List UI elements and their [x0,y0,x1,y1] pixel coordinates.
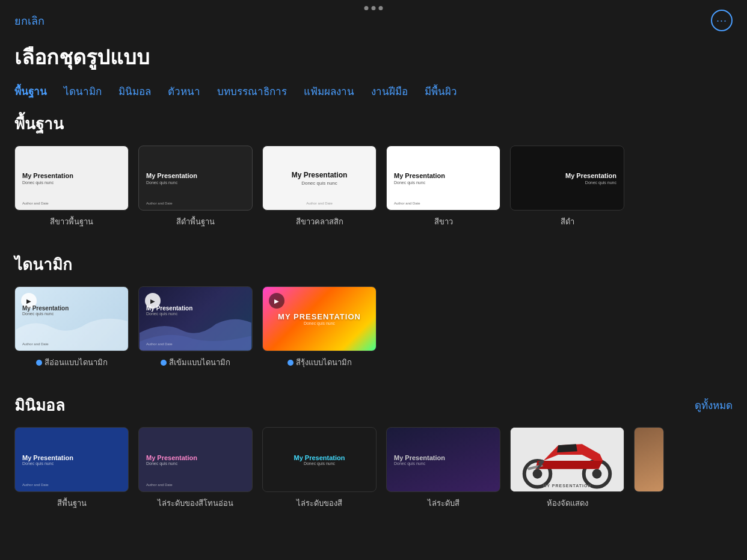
more-button[interactable]: ··· [711,10,733,31]
template-dynamic-colorful[interactable]: ▶ MY PRESENTATION Donec quis nunc สีรุ้ง… [262,286,377,369]
thumb-author: Author and Date [146,342,173,346]
thumb-title: My Presentation [146,454,245,461]
section-dynamic-title: ไดนามิก [14,252,733,277]
thumb-subtitle: Donec quis nunc [146,312,245,316]
thumb-title: My Presentation [22,172,121,179]
thumb-minimal-light: My Presentation Donec quis nunc Author a… [138,427,253,492]
template-label-dynamic-colorful: สีรุ้งแบบไดนามิก [287,356,352,369]
thumb-author: Author and Date [22,483,49,487]
tab-dynamic[interactable]: ไดนามิก [64,83,102,99]
template-dark-basic[interactable]: My Presentation Donec quis nunc Author a… [138,146,253,228]
template-white-basic[interactable]: My Presentation Donec quis nunc Author a… [14,146,129,228]
nav-tabs: พื้นฐาน ไดนามิก มินิมอล ตัวหนา บทบรรณาธิ… [0,83,747,111]
thumb-moto-label: My Presentation [511,484,624,488]
template-label-white-basic: สีขาวพื้นฐาน [50,215,93,228]
motorcycle-svg [511,427,624,492]
thumb-black: My Presentation Donec quis nunc [510,146,624,211]
thumb-subtitle: Donec quis nunc [394,180,425,185]
dot-2 [372,6,376,10]
thumb-dynamic-subtitle: Donec quis nunc [304,321,335,325]
template-white[interactable]: My Presentation Donec quis nunc Author a… [386,146,500,228]
thumb-title: My Presentation [22,454,121,461]
thumb-motorcycle: My Presentation [510,427,624,492]
thumb-title: My Presentation [146,305,245,312]
basic-templates-row: My Presentation Donec quis nunc Author a… [14,146,733,233]
template-label-minimal-light: ไล่ระดับของสีโทนอ่อน [158,497,233,509]
thumb-subtitle: Donec quis nunc [146,461,245,466]
template-label-minimal-color: ไล่ระดับของสี [297,497,342,509]
template-dynamic-light[interactable]: ▶ My Presentation Donec quis nunc Author… [14,286,129,369]
thumb-subtitle: Donec quis nunc [292,180,348,186]
template-label-white: สีขาว [434,215,453,228]
thumb-author: Author and Date [394,202,420,205]
thumb-author: Author and Date [22,202,49,205]
thumb-title: My Presentation [146,172,245,179]
top-bar: ยกเลิก ··· [0,0,747,36]
section-minimal-title: มินิมอล [14,393,65,417]
template-minimal-color[interactable]: My Presentation Donec quis nunc ไล่ระดับ… [262,427,377,509]
template-black[interactable]: My Presentation Donec quis nunc สีดำ [510,146,624,228]
loading-dots [364,6,383,10]
thumb-title: My Presentation [22,305,121,312]
thumb-desert [634,427,664,492]
thumb-minimal-color: My Presentation Donec quis nunc [262,427,377,492]
thumb-dark-basic: My Presentation Donec quis nunc Author a… [138,146,253,211]
thumb-subtitle: Donec quis nunc [22,180,121,185]
minimal-templates-row: My Presentation Donec quis nunc Author a… [14,427,733,514]
tab-bold[interactable]: ตัวหนา [168,83,200,99]
tab-texture[interactable]: มีพื้นผิว [425,83,457,99]
thumb-title: My Presentation [394,454,445,461]
tab-portfolio[interactable]: แฟ้มผลงาน [304,83,354,99]
thumb-white-classic: My Presentation Donec quis nunc Author a… [262,146,377,211]
template-minimal-blue[interactable]: My Presentation Donec quis nunc Author a… [14,427,129,509]
thumb-author: Author and Date [22,342,49,346]
thumb-dynamic-colorful: ▶ MY PRESENTATION Donec quis nunc [262,286,377,351]
template-label-minimal-blue: สีพื้นฐาน [57,497,87,509]
tab-basic[interactable]: พื้นฐาน [14,83,47,99]
thumb-subtitle: Donec quis nunc [146,180,245,185]
dot-indicator [161,360,167,366]
dot-indicator [287,360,294,366]
content: พื้นฐาน My Presentation Donec quis nunc … [0,111,747,514]
template-label-dynamic-light: สีอ่อนแบบไดนามิก [36,356,108,369]
template-minimal-purple[interactable]: My Presentation Donec quis nunc ไล่ระดับ… [386,427,500,509]
thumb-dynamic-dark: ▶ My Presentation Donec quis nunc Author… [138,286,253,351]
thumb-title: My Presentation [394,172,445,179]
tab-editorial[interactable]: บทบรรณาธิการ [217,83,287,99]
dot-indicator [36,360,42,366]
template-label-dynamic-dark: สีเข้มแบบไดนามิก [161,356,230,369]
thumb-subtitle: Donec quis nunc [22,461,121,466]
section-minimal-header: มินิมอล ดูทั้งหมด [14,393,733,417]
template-dynamic-dark[interactable]: ▶ My Presentation Donec quis nunc Author… [138,286,253,369]
thumb-subtitle: Donec quis nunc [304,461,335,466]
thumb-white: My Presentation Donec quis nunc Author a… [386,146,500,211]
page-title: เลือกชุดรูปแบบ [0,36,747,83]
template-label-black: สีดำ [561,215,574,228]
thumb-subtitle: Donec quis nunc [394,461,425,466]
svg-point-2 [533,469,543,479]
dot-3 [379,6,383,10]
tab-handcraft[interactable]: งานฝีมือ [371,83,408,99]
template-white-classic[interactable]: My Presentation Donec quis nunc Author a… [262,146,377,228]
thumb-dynamic-light: ▶ My Presentation Donec quis nunc Author… [14,286,129,351]
thumb-title: My Presentation [292,171,348,179]
thumb-subtitle: Donec quis nunc [585,180,616,185]
tab-minimal[interactable]: มินิมอล [118,83,151,99]
thumb-author: Author and Date [146,202,173,205]
thumb-title: My Presentation [294,454,345,461]
thumb-title: My Presentation [565,172,616,179]
cancel-button[interactable]: ยกเลิก [14,12,45,29]
template-minimal-light[interactable]: My Presentation Donec quis nunc Author a… [138,427,253,509]
play-icon-colorful: ▶ [269,293,284,309]
template-label-dark-basic: สีดำพื้นฐาน [176,215,215,228]
template-label-motorcycle: ห้องจัดแสดง [547,497,588,509]
thumb-minimal-purple: My Presentation Donec quis nunc [386,427,500,492]
thumb-white-basic: My Presentation Donec quis nunc Author a… [14,146,129,211]
thumb-author: Author and Date [146,483,173,487]
template-label-minimal-purple: ไล่ระดับสี [428,497,460,509]
template-desert[interactable] [634,427,664,509]
template-motorcycle[interactable]: My Presentation ห้องจัดแสดง [510,427,624,509]
svg-point-4 [592,469,602,479]
see-all-button[interactable]: ดูทั้งหมด [695,397,733,413]
thumb-minimal-blue: My Presentation Donec quis nunc Author a… [14,427,129,492]
